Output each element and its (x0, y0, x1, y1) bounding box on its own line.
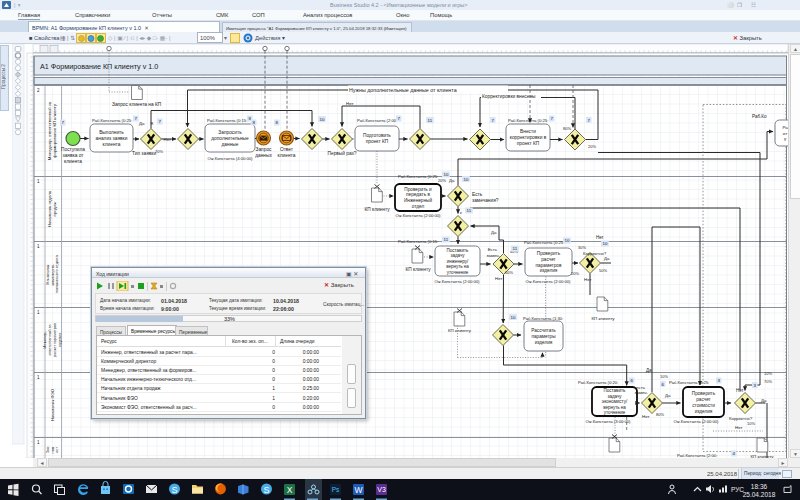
svg-text:вернуть на: вернуть на (603, 405, 626, 410)
svg-text:Корректно?: Корректно? (729, 416, 753, 421)
svg-text:Ps: Ps (332, 486, 340, 493)
svg-text:отдел: отдел (412, 204, 425, 209)
svg-text:Рассчитать: Рассчитать (531, 328, 556, 333)
svg-text:Тип заявки: Тип заявки (132, 151, 156, 156)
svg-text:Ож.Константа (4:00:00): Ож.Константа (4:00:00) (207, 156, 253, 161)
svg-text:50%: 50% (599, 268, 607, 273)
svg-text:замеч-: замеч- (486, 253, 500, 258)
svg-text:стоимости: стоимости (692, 403, 715, 408)
svg-text:от: от (783, 131, 787, 136)
svg-text:параметры: параметры (531, 334, 556, 339)
svg-text:вернуть на: вернуть на (446, 264, 469, 269)
svg-text:расчет параметров: расчет параметров (53, 323, 57, 357)
svg-text:80%: 80% (656, 412, 664, 417)
svg-text:формирование КП клиенту: формирование КП клиенту (52, 103, 57, 158)
svg-text:экономисту/: экономисту/ (602, 399, 628, 404)
svg-text:передать в: передать в (406, 192, 430, 197)
svg-text:Раб.Константа (0:25:: Раб.Константа (0:25: (92, 118, 132, 123)
svg-text:изделия: изделия (58, 333, 62, 347)
svg-text:Да: Да (449, 178, 455, 183)
svg-text:Раб.Константа (0:25:: Раб.Константа (0:25: (398, 174, 438, 179)
svg-text:корректировки в: корректировки в (510, 135, 547, 140)
svg-text:Нет: Нет (346, 101, 353, 106)
svg-text:клиента: клиента (103, 142, 121, 147)
svg-text:Да: Да (665, 393, 671, 398)
svg-text:Корректировки внесены: Корректировки внесены (482, 94, 536, 99)
svg-text:уточнение: уточнение (604, 410, 626, 415)
svg-text:10: 10 (564, 238, 569, 243)
svg-text:Раб.Константа (0:25:: Раб.Константа (0:25: (508, 118, 548, 123)
svg-text:Раб.Константа (0:15:: Раб.Константа (0:15: (207, 118, 247, 123)
svg-text:замеч-: замеч- (634, 390, 648, 395)
svg-text:V3: V3 (377, 486, 386, 493)
svg-text:70%: 70% (764, 379, 772, 384)
svg-text:Запрос: Запрос (256, 147, 272, 152)
svg-text:есть: есть (636, 385, 646, 390)
svg-text:Раб.Ко: Раб.Ко (752, 114, 767, 119)
svg-text:Проверить и: Проверить и (404, 187, 432, 192)
svg-text:данные: данные (222, 142, 239, 147)
svg-text:расчет: расчет (541, 257, 556, 262)
svg-text:Нет: Нет (736, 388, 744, 393)
svg-text:Да: Да (491, 230, 497, 235)
svg-text:Подготовить: Подготовить (363, 133, 391, 138)
svg-text:Раб.Константа (0:25:: Раб.Константа (0:25: (669, 380, 709, 385)
svg-text:анализ заявки: анализ заявки (96, 136, 128, 141)
svg-text:X: X (287, 485, 293, 495)
svg-text:11: 11 (513, 246, 518, 251)
svg-text:Проверить: Проверить (692, 391, 716, 396)
svg-text:технического отдела: технического отдела (54, 255, 59, 294)
svg-text:11: 11 (467, 208, 472, 213)
svg-text:Да: Да (646, 368, 652, 373)
svg-text:A1 Формирование КП клиенту v 1: A1 Формирование КП клиенту v 1.0 (40, 62, 158, 71)
svg-text:18:36: 18:36 (751, 483, 768, 490)
svg-text:КП клиенту: КП клиенту (364, 207, 390, 212)
svg-text:заявка от: заявка от (63, 153, 85, 158)
svg-text:10: 10 (510, 315, 515, 320)
svg-text:задачу: задачу (607, 394, 622, 399)
svg-text:✕: ✕ (150, 121, 154, 126)
svg-text:изделия: изделия (695, 409, 713, 414)
svg-text:Запросить: Запросить (218, 130, 242, 135)
svg-text:Первый раз?: Первый раз? (328, 150, 357, 156)
svg-text:Да: Да (139, 121, 145, 126)
svg-text:проект КП: проект КП (366, 139, 389, 144)
svg-text:Запрос клиента на КП: Запрос клиента на КП (112, 102, 162, 107)
svg-text:Поступила: Поступила (61, 147, 85, 152)
svg-text:Раб.Константа (1:30:: Раб.Константа (1:30: (523, 316, 563, 321)
svg-text:замечания?: замечания? (472, 198, 499, 203)
svg-text:Нет: Нет (642, 414, 649, 419)
svg-text:10%: 10% (660, 374, 668, 379)
svg-text:Внести: Внести (520, 129, 536, 134)
svg-text:Ож.Константа (2:00:00): Ож.Константа (2:00:00) (673, 419, 719, 424)
svg-text:Нет: Нет (495, 276, 502, 281)
svg-text:расчет: расчет (696, 397, 711, 402)
svg-text:КП клиенту: КП клиенту (405, 267, 431, 272)
svg-text:80%: 80% (563, 126, 571, 131)
svg-text:КП клиенту: КП клиенту (448, 328, 472, 333)
svg-text:к: к (460, 210, 462, 215)
svg-text:Ож.Константа (2:00:00): Ож.Константа (2:00:00) (395, 213, 441, 218)
svg-text:клиента: клиента (64, 159, 82, 164)
svg-text:20%: 20% (438, 178, 446, 183)
svg-text:ответственный за: ответственный за (48, 324, 52, 356)
svg-text:Нет: Нет (735, 425, 742, 430)
svg-text:10: 10 (602, 241, 607, 246)
svg-text:Есть: Есть (472, 192, 483, 197)
svg-text:10: 10 (443, 172, 448, 177)
svg-text:Эко: Эко (46, 447, 50, 454)
svg-text:проект КП: проект КП (517, 141, 540, 146)
svg-text:25.04.2018: 25.04.2018 (743, 491, 776, 498)
svg-text:задачу: задачу (450, 253, 465, 258)
svg-text:Поставить: Поставить (604, 388, 626, 393)
svg-text:10%: 10% (764, 371, 772, 376)
svg-text:Раб.Константа (0:15:: Раб.Константа (0:15: (398, 239, 438, 244)
svg-text:Ож.Константа (2:00:00): Ож.Константа (2:00:00) (434, 279, 480, 284)
svg-text:ист: ист (55, 447, 59, 453)
svg-text:Нет: Нет (596, 235, 604, 240)
svg-text:Ответ: Ответ (280, 147, 294, 152)
svg-text:изделия: изделия (540, 268, 558, 273)
svg-text:10: 10 (463, 177, 468, 182)
svg-text:10%: 10% (747, 421, 755, 426)
svg-text:S: S (263, 485, 269, 495)
